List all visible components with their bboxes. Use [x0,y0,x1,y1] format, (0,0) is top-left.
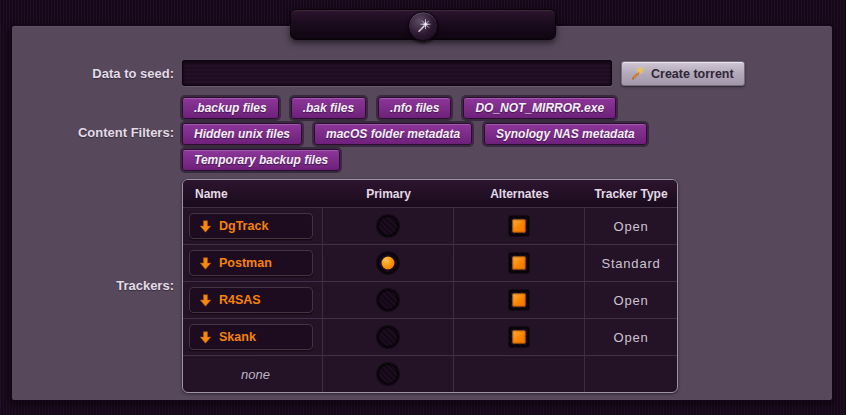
column-header-tracker-type: Tracker Type [585,180,677,207]
tracker-button-dgtrack[interactable]: DgTrack [189,213,313,239]
alternates-cell [454,355,585,392]
alternates-cell [454,244,585,281]
filter-chip[interactable]: Temporary backup files [182,149,340,171]
primary-radio[interactable] [377,289,399,311]
tracker-name: Postman [219,256,272,270]
alternates-checkbox[interactable] [509,290,529,310]
chip-row: Temporary backup files [182,149,742,171]
filter-chip[interactable]: macOS folder metadata [314,123,472,145]
download-arrow-icon [199,257,212,270]
torrent-creator-panel: Data to seed: Create torrent Conten [10,24,834,402]
alternates-checkbox[interactable] [509,327,529,347]
filter-chip[interactable]: Synology NAS metadata [484,123,647,145]
primary-cell [323,318,454,355]
tracker-type-cell: Open [585,207,677,244]
tracker-name: DgTrack [219,219,268,233]
tracker-name-cell: Postman [183,244,323,281]
data-to-seed-input[interactable] [182,60,612,86]
trackers-table: NamePrimaryAlternatesTracker TypeDgTrack… [182,179,678,393]
tracker-name: R4SAS [219,293,261,307]
tracker-type-value: Open [613,293,648,308]
alternates-cell [454,281,585,318]
chip-row: Hidden unix filesmacOS folder metadataSy… [182,123,742,145]
chip-row: .backup files.bak files.nfo filesDO_NOT_… [182,97,742,119]
sparkle-wand-icon [415,18,431,34]
primary-cell [323,355,454,392]
download-arrow-icon [199,294,212,307]
filter-chip[interactable]: .backup files [182,97,279,119]
panel-collapse-bar[interactable] [290,9,556,40]
tracker-type-cell: Open [585,318,677,355]
tracker-button-r4sas[interactable]: R4SAS [189,287,313,313]
tracker-type-cell: Standard [585,244,677,281]
tracker-name-cell: none [183,355,323,392]
primary-cell [323,244,454,281]
tracker-button-skank[interactable]: Skank [189,324,313,350]
content-filters-label: Content Filters: [12,125,174,140]
column-header-name: Name [183,180,323,207]
tracker-type-value: Open [613,219,648,234]
filter-chip[interactable]: DO_NOT_MIRROR.exe [463,97,616,119]
tracker-type-value: Open [613,330,648,345]
alternates-checkbox[interactable] [509,253,529,273]
data-to-seed-label: Data to seed: [12,66,174,81]
download-arrow-icon [199,331,212,344]
sparkle-knob-button[interactable] [408,11,438,41]
primary-radio[interactable] [377,326,399,348]
tracker-type-cell [585,355,677,392]
filter-chip[interactable]: .bak files [291,97,366,119]
alternates-cell [454,207,585,244]
column-header-alternates: Alternates [454,180,585,207]
alternates-cell [454,318,585,355]
tracker-name: Skank [219,330,256,344]
tracker-name-cell: DgTrack [183,207,323,244]
tracker-type-value: Standard [601,256,660,271]
primary-radio[interactable] [377,215,399,237]
no-tracker-label: none [189,367,322,382]
primary-radio[interactable] [377,363,399,385]
tracker-name-cell: Skank [183,318,323,355]
content-filters-chips: .backup files.bak files.nfo filesDO_NOT_… [182,97,742,175]
filter-chip[interactable]: .nfo files [378,97,451,119]
tracker-type-cell: Open [585,281,677,318]
create-torrent-button[interactable]: Create torrent [621,61,745,86]
primary-radio[interactable] [377,252,399,274]
primary-cell [323,207,454,244]
download-arrow-icon [199,220,212,233]
magic-wand-icon [630,66,645,81]
trackers-label: Trackers: [12,278,174,293]
tracker-button-postman[interactable]: Postman [189,250,313,276]
column-header-primary: Primary [323,180,454,207]
window-background: Data to seed: Create torrent Conten [0,0,846,415]
tracker-name-cell: R4SAS [183,281,323,318]
alternates-checkbox[interactable] [509,216,529,236]
primary-cell [323,281,454,318]
create-torrent-label: Create torrent [651,67,734,81]
filter-chip[interactable]: Hidden unix files [182,123,302,145]
